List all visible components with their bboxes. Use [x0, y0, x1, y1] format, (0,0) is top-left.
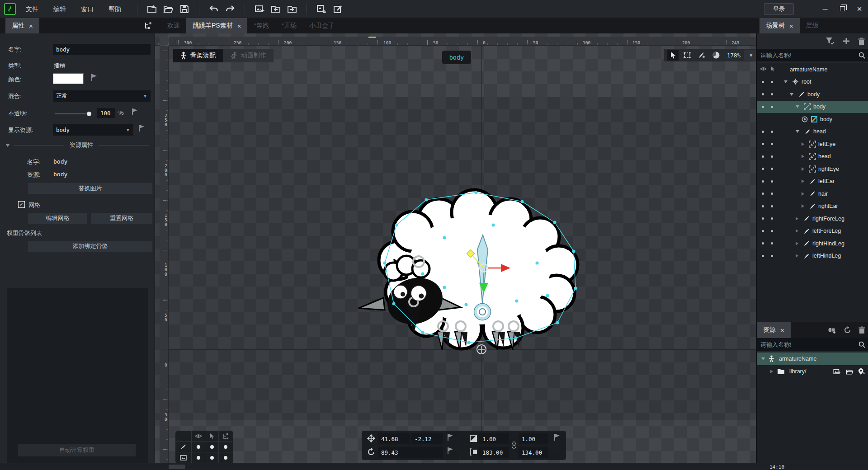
document-tab[interactable]: 小丑盒子 ×: [303, 18, 341, 33]
select-tool-button[interactable]: [667, 50, 679, 61]
document-tab[interactable]: *奔跑 ×: [247, 18, 275, 33]
zoom-dropdown-button[interactable]: ▼: [744, 50, 756, 61]
height-input[interactable]: 134.00: [519, 447, 548, 458]
export-texture-icon[interactable]: [316, 3, 327, 15]
collapse-arrow-icon[interactable]: [5, 144, 10, 147]
selectable-dot[interactable]: [771, 217, 773, 220]
visibility-dot[interactable]: [762, 168, 764, 170]
scale-y-input[interactable]: 1.00: [519, 433, 548, 444]
reset-mesh-button[interactable]: 重置网格: [91, 213, 152, 224]
import-image-icon[interactable]: [833, 368, 841, 375]
selectable-dot[interactable]: [771, 205, 773, 207]
visibility-dot[interactable]: [762, 205, 764, 207]
minimize-button[interactable]: ─: [819, 3, 831, 15]
menu-item[interactable]: 文件: [26, 0, 48, 18]
visibility-dot[interactable]: [762, 255, 764, 257]
eye-icon[interactable]: [192, 431, 205, 442]
selectable-dot[interactable]: [771, 106, 773, 108]
save-icon[interactable]: [179, 3, 190, 15]
bone-selectable-dot[interactable]: [205, 442, 219, 452]
expand-arrow[interactable]: [802, 167, 804, 171]
expand-arrow[interactable]: [784, 80, 788, 83]
expand-arrow[interactable]: [796, 242, 798, 245]
selectable-dot[interactable]: [771, 93, 773, 95]
mesh-checkbox[interactable]: ✓: [18, 201, 25, 208]
pivot-view-button[interactable]: [710, 50, 722, 61]
tree-row[interactable]: body: [757, 88, 868, 101]
expand-arrow[interactable]: [770, 370, 773, 373]
auto-weight-button[interactable]: 自动计算权重: [18, 444, 136, 456]
link-scale-icon[interactable]: [510, 441, 518, 450]
bone-visible-dot[interactable]: [192, 442, 205, 452]
display-keyframe-flag-icon[interactable]: [138, 124, 145, 132]
tree-row[interactable]: leftHindLeg: [757, 250, 868, 263]
tab-properties[interactable]: 属性 ×: [5, 18, 39, 33]
opacity-input[interactable]: 100: [97, 108, 115, 118]
tree-row[interactable]: body: [757, 101, 868, 113]
import-project-icon[interactable]: [270, 3, 282, 15]
tab-scene-tree[interactable]: 场景树 ×: [760, 18, 800, 33]
selectable-dot[interactable]: [771, 255, 773, 257]
animation-mode-button[interactable]: 动画制作: [223, 49, 274, 62]
open-project-icon[interactable]: [162, 3, 174, 15]
expand-arrow[interactable]: [802, 142, 804, 146]
tree-row[interactable]: rightForeLeg: [757, 212, 868, 225]
trash-icon[interactable]: [859, 326, 865, 334]
menu-item[interactable]: 帮助: [108, 0, 131, 18]
color-keyframe-flag-icon[interactable]: [90, 73, 98, 81]
selectable-dot[interactable]: [771, 81, 773, 83]
trash-icon[interactable]: [858, 38, 865, 45]
name-input[interactable]: body: [53, 44, 151, 55]
visibility-dot[interactable]: [762, 131, 764, 133]
rotation-keyframe-flag-icon[interactable]: [447, 446, 454, 455]
add-icon[interactable]: [843, 38, 850, 45]
document-tab[interactable]: 跳跳羊PS素材 ×: [186, 18, 247, 33]
expand-arrow[interactable]: [796, 130, 799, 133]
open-folder-icon[interactable]: [845, 368, 854, 375]
visibility-dot[interactable]: [762, 180, 764, 183]
display-resource-select[interactable]: body ▼: [53, 124, 133, 136]
visibility-dot[interactable]: [762, 155, 764, 158]
tab-hierarchy[interactable]: 层级: [800, 18, 825, 33]
tab-close-icon[interactable]: ×: [780, 327, 784, 334]
expand-arrow[interactable]: [796, 229, 798, 233]
filter-icon[interactable]: [826, 37, 835, 45]
expand-arrow[interactable]: [796, 217, 798, 221]
new-project-icon[interactable]: [146, 3, 158, 15]
tree-row[interactable]: leftForeLeg: [757, 225, 868, 238]
tree-row[interactable]: leftEye: [757, 138, 868, 150]
selectable-dot[interactable]: [771, 155, 773, 158]
marquee-tool-button[interactable]: [681, 50, 693, 61]
visibility-dot[interactable]: [762, 217, 764, 220]
selectable-dot[interactable]: [771, 168, 773, 170]
weight-bone-list[interactable]: [7, 288, 148, 468]
blend-select[interactable]: 正常 ▼: [53, 90, 151, 102]
position-x-input[interactable]: 41.68: [378, 433, 410, 444]
login-button[interactable]: 登录: [764, 3, 794, 15]
selectable-dot[interactable]: [771, 242, 773, 244]
selectable-dot[interactable]: [771, 230, 773, 232]
rotation-input[interactable]: 89.43: [378, 447, 443, 458]
cursor-icon[interactable]: [205, 431, 219, 442]
undo-icon[interactable]: [208, 3, 220, 15]
document-tab[interactable]: 欢迎 ×: [161, 18, 186, 33]
redo-icon[interactable]: [224, 3, 236, 15]
tab-close-icon[interactable]: ×: [29, 23, 33, 29]
visibility-dot[interactable]: [762, 242, 764, 244]
image-visible-dot[interactable]: [192, 452, 205, 463]
create-bone-button[interactable]: [696, 50, 708, 61]
close-button[interactable]: ×: [853, 3, 866, 15]
selectable-dot[interactable]: [771, 180, 773, 183]
resource-library-row[interactable]: library/ R: [757, 365, 868, 378]
visibility-dot[interactable]: [762, 93, 764, 95]
bone-outline-dot[interactable]: [219, 442, 232, 452]
viewport-canvas[interactable]: 30025020015010050050100150200249 2 5 02 …: [155, 33, 756, 463]
maximize-button[interactable]: [836, 3, 849, 15]
expand-arrow[interactable]: [796, 254, 798, 258]
search-icon[interactable]: [859, 341, 865, 348]
selectable-dot[interactable]: [771, 193, 773, 195]
tab-close-icon[interactable]: ×: [789, 23, 793, 29]
expand-arrow[interactable]: [802, 179, 804, 183]
document-tab[interactable]: *开场 ×: [275, 18, 303, 33]
resource-armature-row[interactable]: armatureName: [757, 352, 868, 365]
